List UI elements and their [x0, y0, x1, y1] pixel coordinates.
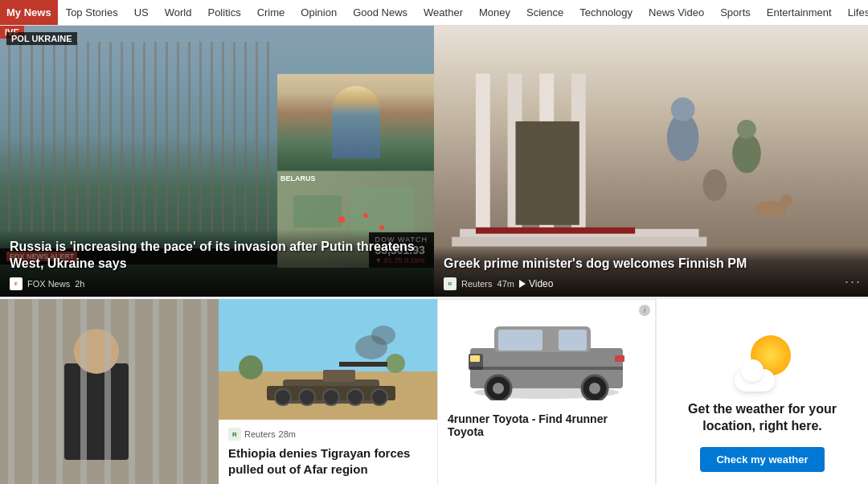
advertisement-section: i: [437, 299, 656, 484]
svg-rect-39: [339, 362, 387, 367]
article-meta: F FOX News 2h: [10, 277, 424, 290]
svg-rect-5: [476, 73, 490, 232]
svg-point-46: [371, 326, 395, 345]
top-stories-section: IVE POL UKRAINE BELARUS: [0, 26, 868, 299]
article-overlay-right: Greek prime minister's dog welcomes Finn…: [434, 246, 868, 297]
svg-rect-12: [476, 228, 635, 234]
time-ethiopia: 28m: [279, 429, 296, 439]
person-silhouette: [332, 86, 380, 158]
nav-entertainment[interactable]: Entertainment: [759, 0, 840, 26]
article-time-right: 47m: [497, 279, 514, 289]
ad-badge: i: [639, 305, 650, 316]
svg-point-44: [371, 389, 387, 405]
svg-point-34: [239, 355, 263, 379]
play-icon: [519, 280, 526, 288]
svg-rect-51: [559, 330, 587, 351]
svg-point-16: [737, 120, 756, 139]
svg-rect-23: [8, 299, 14, 484]
svg-point-41: [299, 389, 315, 405]
svg-point-43: [347, 389, 363, 405]
svg-rect-29: [153, 299, 159, 484]
article-meta-right: R Reuters 47m Video: [444, 277, 858, 290]
ad-image: [438, 300, 655, 412]
nav-crime[interactable]: Crime: [249, 0, 293, 26]
article-title-ethiopia: Ethiopia denies Tigrayan forces pulled o…: [228, 445, 428, 477]
tank-scene: [219, 299, 437, 420]
weather-widget: Get the weather for your location, right…: [656, 299, 868, 484]
article-image-ukraine: IVE POL UKRAINE BELARUS: [0, 26, 434, 297]
source-name-right: Reuters: [461, 279, 493, 289]
cloud-bump: [741, 359, 764, 382]
article-image-greek: Greek prime minister's dog welcomes Finn…: [434, 26, 868, 297]
top-right-article[interactable]: Greek prime minister's dog welcomes Finn…: [434, 26, 868, 297]
svg-rect-24: [32, 299, 39, 484]
svg-rect-21: [64, 363, 129, 460]
svg-rect-0: [293, 195, 342, 228]
nav-good-news[interactable]: Good News: [345, 0, 416, 26]
nav-lifestyle[interactable]: Lifestyle: [840, 0, 868, 26]
bottom-left-article[interactable]: USA USA TODAY 1h: [0, 299, 219, 484]
more-options-button[interactable]: ···: [845, 273, 862, 290]
top-left-article[interactable]: IVE POL UKRAINE BELARUS: [0, 26, 434, 297]
ukraine-tag: POL UKRAINE: [6, 32, 77, 45]
cloud-icon: [735, 369, 775, 392]
svg-point-58: [589, 383, 600, 394]
article-title: Russia is 'increasing the pace' of its i…: [10, 239, 424, 273]
source-icon: F: [10, 277, 23, 290]
inset-video-top: [277, 74, 434, 170]
nav-science[interactable]: Science: [518, 0, 571, 26]
source-icon-right: R: [444, 277, 457, 290]
svg-point-42: [323, 389, 339, 405]
main-content: IVE POL UKRAINE BELARUS: [0, 26, 868, 484]
svg-rect-25: [56, 299, 63, 484]
svg-rect-38: [323, 370, 355, 382]
article-content-ethiopia: R Reuters 28m Ethiopia denies Tigrayan f…: [219, 420, 437, 484]
nav-sports[interactable]: Sports: [712, 0, 759, 26]
nav-opinion[interactable]: Opinion: [293, 0, 345, 26]
ad-title[interactable]: 4runner Toyota - Find 4runner Toyota: [438, 412, 655, 441]
nav-news-video[interactable]: News Video: [641, 0, 712, 26]
nav-technology[interactable]: Technology: [571, 0, 641, 26]
bottom-middle-article[interactable]: R Reuters 28m Ethiopia denies Tigrayan f…: [219, 299, 437, 484]
svg-rect-54: [615, 355, 624, 362]
svg-point-40: [275, 389, 291, 405]
nav-money[interactable]: Money: [471, 0, 518, 26]
svg-rect-27: [104, 299, 111, 484]
source-name: FOX News: [27, 279, 70, 289]
svg-rect-59: [470, 367, 623, 370]
svg-point-15: [732, 133, 761, 174]
weather-icon: [735, 335, 791, 392]
svg-rect-28: [129, 299, 135, 484]
source-ethiopia: Reuters: [244, 429, 276, 439]
nav-politics[interactable]: Politics: [199, 0, 248, 26]
svg-point-19: [780, 195, 793, 207]
svg-rect-11: [516, 121, 579, 225]
weather-button[interactable]: Check my weather: [700, 447, 824, 472]
svg-rect-31: [201, 299, 207, 484]
building-image: [8, 42, 273, 232]
nav-top-stories[interactable]: Top Stories: [58, 0, 126, 26]
nav-world[interactable]: World: [157, 0, 200, 26]
person-image: [277, 74, 434, 170]
article-title-right: Greek prime minister's dog welcomes Finn…: [444, 256, 858, 273]
video-label: Video: [519, 278, 553, 289]
svg-rect-30: [177, 299, 183, 484]
svg-rect-53: [470, 355, 480, 362]
svg-rect-26: [80, 299, 87, 484]
brand-logo[interactable]: My News: [0, 0, 58, 26]
article-time: 2h: [75, 279, 84, 289]
svg-rect-10: [452, 237, 706, 247]
nav-weather[interactable]: Weather: [416, 0, 471, 26]
svg-point-56: [493, 383, 504, 394]
bottom-stories-section: USA USA TODAY 1h: [0, 299, 868, 484]
svg-point-2: [338, 216, 345, 223]
svg-point-14: [671, 97, 695, 121]
article-source-ethiopia: R Reuters 28m: [228, 428, 428, 441]
svg-rect-50: [498, 330, 542, 351]
nav-us[interactable]: US: [126, 0, 157, 26]
navigation-bar: My News Top Stories US World Politics Cr…: [0, 0, 868, 26]
svg-point-17: [702, 169, 727, 201]
svg-point-3: [363, 213, 368, 218]
article-image-ethiopia: [219, 299, 437, 420]
person-scene-image: USA USA TODAY 1h: [0, 299, 219, 484]
